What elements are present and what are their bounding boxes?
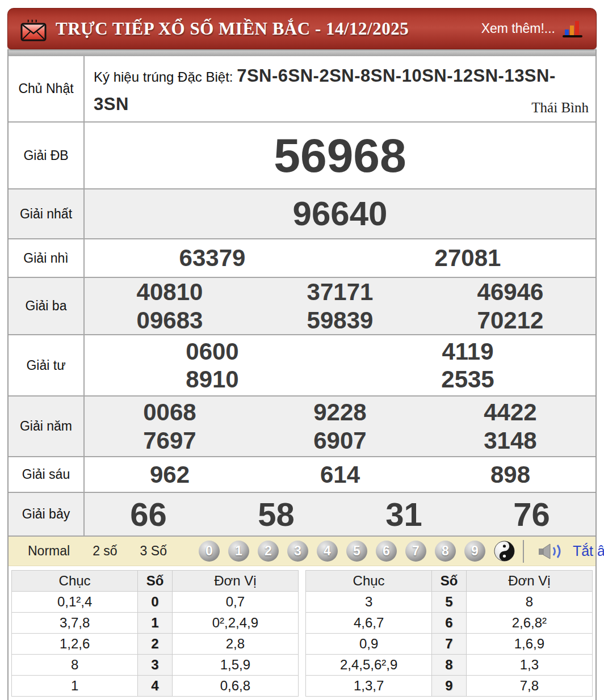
prize-number: 2535 (340, 365, 595, 394)
summary-row: 1,3,7 9 7,8 (306, 676, 593, 697)
prize-label: Giải bảy (9, 493, 85, 535)
col-header-digit: Số (138, 571, 173, 592)
units-cell: 0²,2,4,9 (172, 613, 298, 634)
digit-ball-6[interactable]: 6 (376, 541, 397, 562)
speaker-icon[interactable] (538, 543, 567, 560)
digit-ball-5[interactable]: 5 (346, 541, 367, 562)
digit-ball-8[interactable]: 8 (435, 541, 456, 562)
prize-number: 31 (340, 495, 468, 534)
mute-button[interactable]: Tắt âm (573, 543, 604, 559)
summary-row: 4,6,7 6 2,6,8² (306, 613, 593, 634)
units-cell: 7,8 (466, 676, 592, 697)
units-cell: 0,7 (172, 592, 298, 613)
yin-yang-icon[interactable] (494, 541, 515, 562)
mode-3-digits[interactable]: 3 Số (129, 543, 178, 559)
prize-number: 37171 (255, 278, 425, 306)
see-more-link[interactable]: Xem thêm!... (481, 21, 555, 36)
prize-row-sixth: Giải sáu 962 614 898 (9, 457, 595, 493)
tens-cell: 1 (12, 676, 138, 697)
summary-row: 2,4,5,6²,9 8 1,3 (306, 655, 593, 676)
summary-row: 1,2,6 2 2,8 (12, 634, 299, 655)
prize-number: 76 (468, 495, 595, 534)
prize-number: 7697 (85, 427, 255, 455)
tens-cell: 4,6,7 (306, 613, 432, 634)
col-header-units: Đơn Vị (466, 571, 592, 592)
digit-ball-2[interactable]: 2 (258, 541, 279, 562)
tens-cell: 1,2,6 (12, 634, 138, 655)
top-gray-strip (9, 49, 595, 56)
summary-row: 3,7,8 1 0²,2,4,9 (12, 613, 299, 634)
prize-number: 9228 (255, 398, 425, 427)
prize-row-first: Giải nhất 96640 (9, 189, 595, 239)
divider (523, 540, 524, 563)
lottery-widget: TRỰC TIẾP XỔ SỐ MIỀN BẮC - 14/12/2025 Xe… (7, 8, 597, 700)
prize-number: 66 (85, 495, 212, 534)
digit-ball-0[interactable]: 0 (199, 541, 220, 562)
prize-number: 09683 (85, 306, 255, 335)
prize-label: Giải ba (9, 278, 85, 334)
digit-cell: 3 (138, 655, 173, 676)
tens-cell: 0,1²,4 (12, 592, 138, 613)
tens-cell: 1,3,7 (306, 676, 432, 697)
prize-number: 27081 (340, 244, 595, 272)
prize-number: 6907 (255, 427, 425, 455)
units-cell: 2,8 (172, 634, 298, 655)
prize-number: 63379 (85, 244, 340, 272)
col-header-units: Đơn Vị (172, 571, 298, 592)
summary-row: 0,1²,4 0 0,7 (12, 592, 299, 613)
control-bar: Normal 2 số 3 Số 0 1 2 3 4 5 6 7 8 9 (9, 537, 595, 566)
summary-table-left: Chục Số Đơn Vị 0,1²,4 0 0,7 3,7,8 1 0²,2… (11, 570, 299, 697)
prize-row-fifth: Giải năm 0068 9228 4422 7697 6907 3148 (9, 397, 595, 457)
prize-number: 58 (212, 495, 340, 534)
col-header-tens: Chục (306, 571, 432, 592)
symbol-label: Ký hiệu trúng Đặc Biệt: (94, 69, 237, 85)
digit-ball-3[interactable]: 3 (287, 541, 308, 562)
units-cell: 1,5,9 (172, 655, 298, 676)
mode-normal[interactable]: Normal (16, 543, 81, 559)
prize-number: 8910 (85, 365, 340, 394)
prize-number: 59839 (255, 306, 425, 335)
tens-cell: 0,9 (306, 634, 432, 655)
digit-ball-1[interactable]: 1 (228, 541, 249, 562)
digit-ball-row: 0 1 2 3 4 5 6 7 8 9 (199, 541, 515, 562)
prize-label: Giải nhất (9, 189, 85, 238)
header: TRỰC TIẾP XỔ SỐ MIỀN BẮC - 14/12/2025 Xe… (7, 8, 597, 49)
digit-cell: 0 (138, 592, 173, 613)
summary-row: 1 4 0,6,8 (12, 676, 299, 697)
digit-summary-section: Chục Số Đơn Vị 0,1²,4 0 0,7 3,7,8 1 0²,2… (9, 566, 595, 700)
summary-row: 0,9 7 1,6,9 (306, 634, 593, 655)
units-cell: 1,3 (466, 655, 592, 676)
prize-label: Giải nhì (9, 239, 85, 277)
chart-icon[interactable] (562, 19, 584, 39)
prize-number: 96640 (85, 194, 595, 234)
summary-table-right: Chục Số Đơn Vị 3 5 8 4,6,7 6 2,6,8² 0,9 … (305, 570, 593, 697)
digit-cell: 1 (138, 613, 173, 634)
sound-controls: Tắt âm (515, 540, 604, 563)
prize-row-fourth: Giải tư 0600 4119 8910 2535 (9, 335, 595, 397)
summary-row: 8 3 1,5,9 (12, 655, 299, 676)
prize-number: 3148 (425, 427, 595, 455)
prize-row-special: Giải ĐB 56968 (9, 123, 595, 189)
info-row: Chủ Nhật Ký hiệu trúng Đặc Biệt: 7SN-6SN… (9, 56, 595, 123)
digit-ball-9[interactable]: 9 (464, 541, 485, 562)
mode-2-digits[interactable]: 2 số (81, 543, 128, 559)
digit-ball-7[interactable]: 7 (405, 541, 426, 562)
prize-label: Giải năm (9, 397, 85, 456)
tens-cell: 8 (12, 655, 138, 676)
digit-ball-4[interactable]: 4 (317, 541, 338, 562)
prize-number: 0600 (85, 338, 340, 366)
tens-cell: 3,7,8 (12, 613, 138, 634)
envelope-icon (20, 16, 47, 41)
prize-number: 962 (85, 461, 255, 489)
prize-row-second: Giải nhì 63379 27081 (9, 239, 595, 278)
digit-cell: 8 (432, 655, 467, 676)
prize-label: Giải tư (9, 335, 85, 395)
prize-row-third: Giải ba 40810 37171 46946 09683 59839 70… (9, 278, 595, 335)
prize-row-seventh: Giải bảy 66 58 31 76 (9, 493, 595, 537)
units-cell: 2,6,8² (466, 613, 592, 634)
digit-cell: 2 (138, 634, 173, 655)
digit-cell: 6 (432, 613, 467, 634)
digit-cell: 5 (432, 592, 467, 613)
special-prize-number: 56968 (85, 128, 595, 184)
digit-cell: 7 (432, 634, 467, 655)
